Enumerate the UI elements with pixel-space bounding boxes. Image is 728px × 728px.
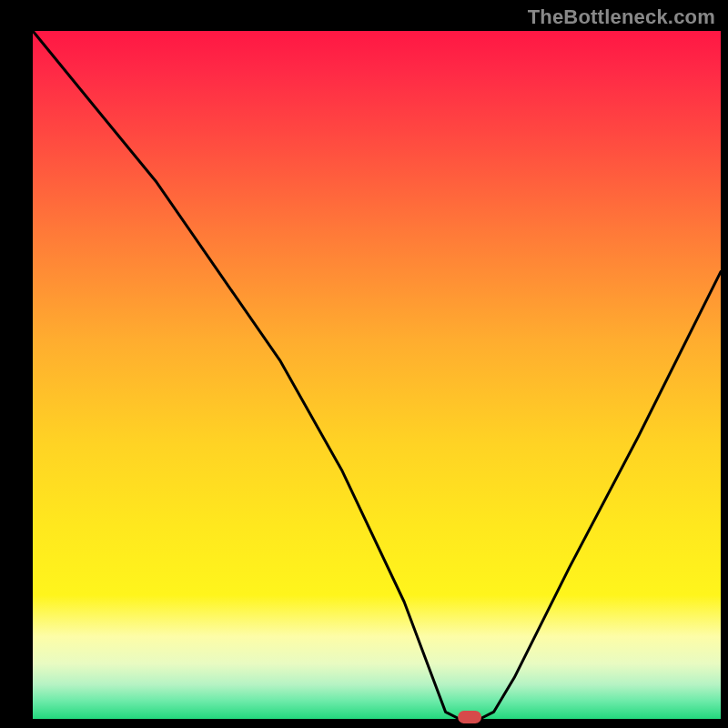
bottleneck-chart [0,0,728,728]
watermark-text: TheBottleneck.com [528,5,715,29]
plot-background [33,31,721,719]
chart-stage: TheBottleneck.com [0,0,728,728]
optimal-marker [458,711,481,723]
